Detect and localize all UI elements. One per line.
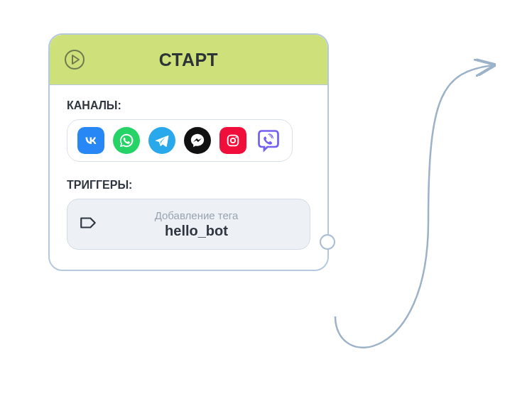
tag-icon bbox=[79, 214, 97, 235]
whatsapp-icon[interactable] bbox=[113, 127, 140, 154]
messenger-icon[interactable] bbox=[184, 127, 211, 154]
vk-icon[interactable] bbox=[77, 127, 104, 154]
play-icon bbox=[64, 49, 85, 70]
viber-icon[interactable] bbox=[255, 127, 282, 154]
trigger-row[interactable]: Добавление тега hello_bot bbox=[67, 199, 310, 250]
svg-point-0 bbox=[65, 50, 84, 69]
output-port[interactable] bbox=[320, 234, 335, 250]
card-header: СТАРТ bbox=[50, 35, 327, 85]
trigger-texts: Добавление тега hello_bot bbox=[112, 209, 298, 239]
svg-point-2 bbox=[231, 138, 235, 143]
telegram-icon[interactable] bbox=[148, 127, 175, 154]
channels-box bbox=[67, 119, 293, 162]
svg-point-3 bbox=[235, 136, 237, 138]
connector-arrow bbox=[322, 37, 506, 363]
card-body: КАНАЛЫ: ТРИГГЕРЫ: bbox=[50, 85, 327, 270]
trigger-value: hello_bot bbox=[112, 223, 281, 239]
channels-label: КАНАЛЫ: bbox=[67, 99, 310, 112]
card-title: СТАРТ bbox=[50, 50, 327, 70]
triggers-label: ТРИГГЕРЫ: bbox=[67, 179, 310, 192]
instagram-icon[interactable] bbox=[219, 127, 246, 154]
trigger-caption: Добавление тега bbox=[112, 209, 281, 221]
start-node-card[interactable]: СТАРТ КАНАЛЫ: ТРИГГЕРЫ: bbox=[48, 33, 329, 271]
